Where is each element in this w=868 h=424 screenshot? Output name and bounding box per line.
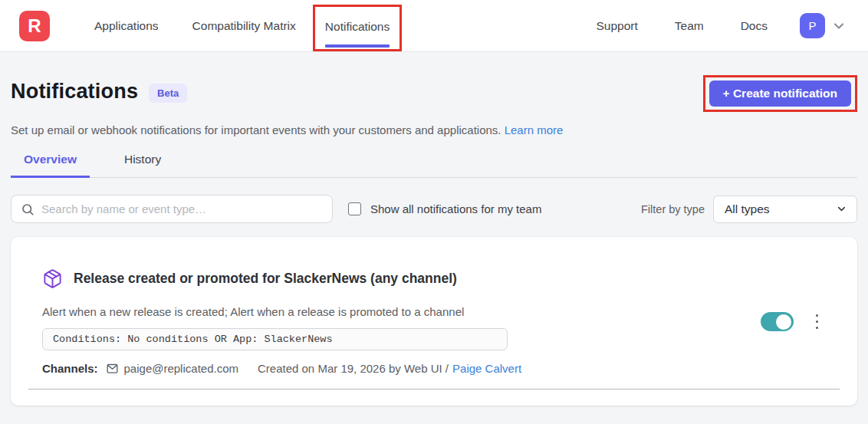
show-all-checkbox-label: Show all notifications for my team: [370, 202, 541, 215]
search-input[interactable]: [41, 202, 323, 215]
toggle-knob: [776, 314, 791, 330]
card-footer-padding: [11, 389, 857, 406]
nav-item-notifications-label: Notifications: [325, 20, 390, 34]
notifications-page: Notifications Beta + Create notification…: [0, 52, 868, 406]
page-title: Notifications: [11, 80, 138, 104]
show-all-checkbox[interactable]: [348, 202, 361, 215]
top-navbar: R Applications Compatibility Matrix Noti…: [0, 0, 868, 52]
nav-item-applications[interactable]: Applications: [77, 0, 176, 51]
main-nav: Applications Compatibility Matrix Notifi…: [77, 0, 402, 51]
user-avatar[interactable]: P: [800, 13, 825, 38]
filter-type-select[interactable]: All types: [713, 196, 857, 223]
email-icon: [106, 362, 119, 375]
notification-title: Release created or promoted for SlackerN…: [74, 271, 457, 287]
replicated-logo[interactable]: R: [19, 11, 50, 41]
package-icon: [42, 268, 63, 289]
create-notification-button[interactable]: + Create notification: [709, 81, 851, 107]
card-controls: [761, 311, 821, 334]
filter-row: Show all notifications for my team Filte…: [11, 195, 857, 223]
nav-item-compatibility-matrix[interactable]: Compatibility Matrix: [176, 0, 313, 51]
chevron-down-icon[interactable]: [831, 18, 847, 34]
subtitle-text: Set up email or webhook notifications fo…: [11, 123, 501, 136]
filter-by-type-label: Filter by type: [641, 203, 705, 215]
nav-item-notifications[interactable]: Notifications: [315, 7, 399, 49]
kebab-menu-icon[interactable]: [814, 311, 821, 334]
tab-bar: Overview History: [11, 153, 857, 178]
nav-item-team[interactable]: Team: [656, 19, 722, 33]
channel-email: paige@replicated.com: [124, 362, 238, 375]
channels-row: Channels: paige@replicated.com Created o…: [42, 362, 742, 375]
learn-more-link[interactable]: Learn more: [505, 123, 564, 136]
search-icon: [21, 202, 35, 216]
search-box[interactable]: [11, 195, 333, 223]
annotation-box-create-button: + Create notification: [703, 75, 857, 112]
tab-overview[interactable]: Overview: [11, 153, 90, 177]
notification-description: Alert when a new release is created; Ale…: [42, 305, 742, 318]
beta-badge: Beta: [149, 84, 187, 103]
tab-history[interactable]: History: [111, 153, 174, 177]
nav-item-support[interactable]: Support: [577, 19, 656, 33]
page-title-row: Notifications Beta + Create notification: [11, 80, 857, 112]
filter-type-selected-value: All types: [725, 202, 770, 216]
annotation-box-notifications: Notifications: [313, 5, 402, 51]
secondary-nav: Support Team Docs: [577, 19, 786, 33]
logo-letter: R: [28, 15, 41, 37]
notification-card: Release created or promoted for SlackerN…: [11, 237, 857, 406]
nav-item-docs[interactable]: Docs: [722, 19, 786, 33]
created-text: Created on Mar 19, 2026 by Web UI /: [258, 362, 449, 375]
notification-enabled-toggle[interactable]: [761, 312, 794, 331]
notification-conditions: Conditions: No conditions OR App: Slacke…: [42, 328, 508, 350]
channels-label: Channels:: [42, 362, 98, 375]
select-chevron-icon: [836, 203, 847, 215]
show-all-checkbox-group[interactable]: Show all notifications for my team: [348, 202, 541, 215]
active-nav-underline: [325, 44, 390, 48]
page-subtitle: Set up email or webhook notifications fo…: [11, 123, 857, 136]
created-by-link[interactable]: Paige Calvert: [452, 362, 521, 375]
